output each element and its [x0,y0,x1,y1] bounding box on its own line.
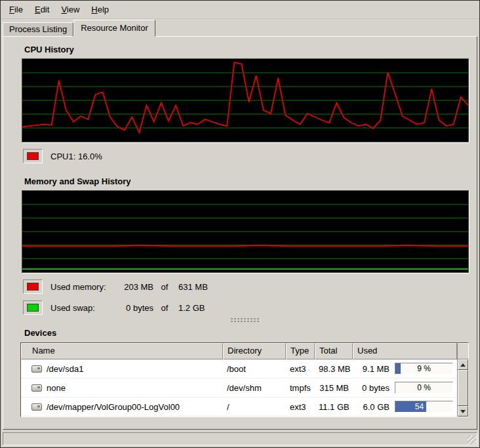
device-type: ext3 [286,402,315,412]
device-name: none [47,383,66,393]
cpu-legend: CPU1: 16.0% [23,149,469,163]
device-used: 6.0 GB [355,402,390,412]
menu-help[interactable]: Help [85,3,115,16]
scrollbar-thumb[interactable] [458,370,468,406]
device-directory: /dev/shm [223,383,286,393]
tab-bar: Process Listing Resource Monitor [1,19,479,37]
menu-file[interactable]: File [3,3,29,16]
column-header-name[interactable]: Name [21,343,223,359]
resize-grip[interactable] [468,436,476,444]
memory-swatch-frame [23,279,43,294]
scrollbar-track[interactable] [458,370,468,406]
devices-table: Name Directory Type Total Used /dev/sda1… [20,342,469,417]
memory-swap-graph [22,190,469,273]
down-arrow-icon [460,410,466,413]
devices-title: Devices [24,328,469,338]
usage-progress-bar: 0 % [395,382,453,394]
column-header-total[interactable]: Total [315,343,353,359]
memory-history-title: Memory and Swap History [24,176,469,186]
scroll-down-button[interactable] [458,406,468,417]
scrollbar-header-stub [458,343,468,359]
cpu1-swatch-frame [23,149,43,163]
used-memory-value: 203 MB [113,282,153,292]
cpu-history-chart [22,59,468,142]
used-swap-value: 0 bytes [113,303,153,313]
total-memory-value: 631 MB [176,282,215,292]
devices-table-header: Name Directory Type Total Used [21,343,457,359]
device-total: 315 MB [315,383,353,393]
progress-percent-label: 54 % [395,401,452,412]
device-row[interactable]: /dev/mapper/VolGroup00-LogVol00 / ext3 1… [21,397,457,417]
device-row[interactable]: /dev/sda1 /boot ext3 98.3 MB 9.1 MB 9 % [21,359,457,378]
column-header-used[interactable]: Used [353,343,457,359]
device-name: /dev/mapper/VolGroup00-LogVol00 [47,402,180,412]
device-name: /dev/sda1 [47,364,83,374]
swap-color-swatch [27,304,39,312]
disk-drive-icon [31,384,42,392]
swap-swatch-frame [23,300,43,315]
cpu1-color-swatch [27,152,39,160]
menu-edit[interactable]: Edit [29,3,55,16]
system-monitor-window: File Edit View Help Process Listing Reso… [0,0,480,448]
disk-drive-icon [31,403,42,411]
pane-resize-handle[interactable] [230,317,259,323]
column-header-directory[interactable]: Directory [223,343,286,359]
device-total: 11.1 GB [315,402,353,412]
device-row[interactable]: none /dev/shm tmpfs 315 MB 0 bytes 0 % [21,378,457,397]
device-used: 9.1 MB [355,364,390,374]
used-memory-label: Used memory: [50,282,113,292]
column-header-type[interactable]: Type [286,343,315,359]
status-bar [3,432,477,445]
total-swap-value: 1.2 GB [176,303,215,313]
devices-table-main: Name Directory Type Total Used /dev/sda1… [21,343,457,417]
used-memory-of: of [153,282,176,292]
menu-view[interactable]: View [55,3,85,16]
device-used: 0 bytes [355,383,390,393]
device-type: tmpfs [286,383,315,393]
vertical-scrollbar[interactable] [457,343,468,417]
disk-drive-icon [31,365,42,373]
memory-legend: Used memory: 203 MB of 631 MB [23,279,469,294]
used-swap-label: Used swap: [50,303,113,313]
cpu1-legend-label: CPU1: 16.0% [50,152,102,161]
tab-resource-monitor[interactable]: Resource Monitor [73,20,155,37]
device-directory: / [223,402,286,412]
scroll-up-button[interactable] [458,359,468,370]
device-directory: /boot [223,364,286,374]
cpu-history-graph [22,58,469,142]
progress-percent-label: 0 % [395,382,452,393]
usage-progress-bar: 9 % [395,363,453,375]
used-swap-of: of [153,303,176,313]
usage-progress-bar: 54 % [395,401,453,413]
devices-rows: /dev/sda1 /boot ext3 98.3 MB 9.1 MB 9 % … [21,359,457,417]
memory-color-swatch [27,283,39,291]
memory-swap-chart [22,191,468,272]
swap-legend: Used swap: 0 bytes of 1.2 GB [23,300,469,315]
resource-monitor-panel: CPU History CPU1: 16.0% Memory and Swap … [3,36,477,430]
device-type: ext3 [286,364,315,374]
tab-process-listing[interactable]: Process Listing [3,22,73,37]
progress-percent-label: 9 % [395,363,452,374]
device-total: 98.3 MB [315,364,353,374]
cpu-history-title: CPU History [24,45,469,54]
menu-bar: File Edit View Help [1,1,479,19]
up-arrow-icon [460,363,466,367]
